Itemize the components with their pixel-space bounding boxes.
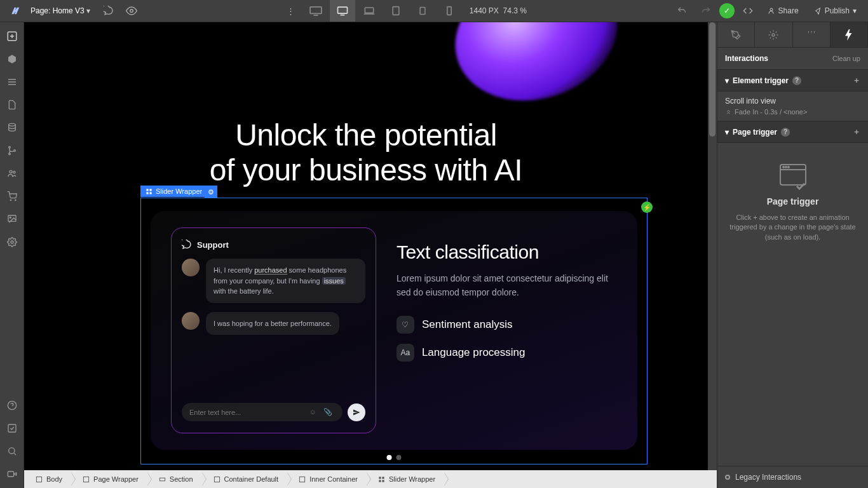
svg-point-22 [8, 448, 14, 454]
svg-rect-29 [83, 477, 88, 482]
svg-rect-27 [149, 192, 151, 194]
page-selector[interactable]: Page: Home V3 ▾ [24, 6, 97, 15]
components-icon[interactable] [2, 49, 22, 69]
interaction-badge-icon[interactable]: ⚡ [641, 201, 653, 213]
canvas-scrollbar[interactable] [708, 22, 717, 470]
video-icon[interactable] [2, 464, 22, 484]
add-element-icon[interactable] [2, 26, 22, 46]
slide-description: Lorem ipsum dolor sit amet consectetur a… [397, 272, 617, 299]
chat-message: I was hoping for a better performance. [182, 312, 365, 336]
preview-icon[interactable] [121, 0, 142, 22]
status-ok-icon[interactable]: ✓ [719, 3, 735, 18]
svg-rect-33 [379, 477, 381, 478]
more-icon[interactable]: ⋮ [280, 0, 302, 22]
cms-icon[interactable] [2, 118, 22, 138]
audit-icon[interactable] [2, 418, 22, 438]
assets-icon[interactable] [2, 209, 22, 229]
device-desktop-icon[interactable] [330, 0, 355, 22]
logic-icon[interactable] [2, 140, 22, 161]
decorative-blob [438, 22, 634, 121]
crumb-section[interactable]: Section [147, 470, 202, 488]
share-button[interactable]: Share [761, 2, 805, 20]
style-tab-icon[interactable] [717, 22, 755, 47]
selection-settings-icon[interactable]: ⚙ [205, 186, 217, 198]
help-icon[interactable] [2, 395, 22, 416]
design-canvas[interactable]: Unlock the potentialof your business wit… [24, 22, 708, 470]
svg-point-37 [772, 34, 775, 36]
svg-rect-6 [447, 7, 451, 15]
redo-icon[interactable] [695, 0, 717, 22]
crumb-page-wrapper[interactable]: Page Wrapper [71, 470, 147, 488]
slider-dot[interactable] [397, 455, 402, 460]
chat-panel: Support Hi, I recently purchased some he… [171, 227, 376, 433]
help-icon[interactable]: ? [781, 128, 790, 137]
panel-footer[interactable]: Legacy Interactions [717, 466, 868, 488]
selection-label[interactable]: Slider Wrapper [140, 186, 207, 197]
cleanup-link[interactable]: Clean up [832, 55, 860, 62]
trigger-item[interactable]: Scroll into view Fade In - 0.3s / <none> [717, 92, 868, 121]
svg-rect-3 [365, 8, 373, 13]
breadcrumb: Body Page Wrapper Section Container Defa… [24, 470, 717, 488]
page-trigger-empty: Page trigger Click + above to create an … [717, 143, 868, 255]
ecommerce-icon[interactable] [2, 186, 22, 207]
message-bubble: I was hoping for a better performance. [206, 312, 339, 336]
svg-rect-32 [300, 477, 305, 482]
crumb-slider-wrapper[interactable]: Slider Wrapper [367, 470, 444, 488]
legacy-link[interactable]: Legacy Interactions [735, 473, 801, 482]
right-panel: Interactions Clean up ▾Element trigger ?… [717, 22, 868, 488]
slider-dots[interactable] [387, 455, 402, 460]
add-page-trigger-icon[interactable]: ＋ [853, 126, 860, 137]
svg-rect-35 [379, 480, 381, 482]
device-mobile-icon[interactable] [437, 0, 462, 22]
device-laptop-icon[interactable] [356, 0, 382, 22]
avatar [182, 312, 200, 330]
svg-rect-31 [214, 477, 219, 482]
webflow-logo-icon[interactable] [5, 2, 23, 20]
users-icon[interactable] [2, 163, 22, 184]
device-desktop-xl-icon[interactable] [303, 0, 329, 22]
page-trigger-section[interactable]: ▾Page trigger ? ＋ [717, 121, 868, 143]
settings-icon[interactable] [2, 232, 22, 252]
crumb-body[interactable]: Body [24, 470, 71, 488]
chat-header: Support [182, 240, 365, 250]
undo-icon[interactable] [671, 0, 693, 22]
svg-rect-28 [36, 477, 41, 482]
svg-point-39 [783, 166, 784, 168]
search-icon[interactable] [2, 441, 22, 461]
navigator-icon[interactable] [2, 72, 22, 92]
pages-icon[interactable] [2, 95, 22, 115]
settings-tab-icon[interactable] [755, 22, 792, 47]
svg-point-41 [788, 166, 789, 168]
trigger-name: Scroll into view [725, 97, 860, 105]
svg-point-19 [11, 241, 13, 243]
feature-label: Language processing [422, 346, 526, 359]
send-button-icon[interactable] [348, 403, 365, 421]
slider-dot[interactable] [387, 455, 392, 460]
page-trigger-desc: Click + above to create an animation tri… [728, 213, 858, 242]
chat-input-field[interactable]: Enter text here... ☺ 📎 [182, 403, 342, 421]
svg-rect-24 [146, 189, 148, 191]
effects-tab-icon[interactable] [793, 22, 831, 47]
interactions-tab-icon[interactable] [831, 22, 868, 47]
svg-point-16 [15, 200, 15, 200]
svg-point-14 [13, 171, 15, 173]
help-icon[interactable]: ? [792, 76, 801, 85]
svg-rect-4 [393, 7, 399, 15]
slide-title: Text classification [397, 241, 617, 263]
crumb-inner-container[interactable]: Inner Container [287, 470, 367, 488]
svg-point-0 [130, 10, 133, 13]
feature-row: Aa Language processing [397, 344, 617, 362]
add-trigger-icon[interactable]: ＋ [853, 75, 860, 86]
code-icon[interactable] [737, 0, 759, 22]
selection-outline[interactable]: Slider Wrapper ⚙ ⚡ Support Hi, I recentl… [140, 198, 648, 464]
svg-rect-36 [382, 480, 384, 482]
svg-rect-5 [420, 8, 425, 15]
publish-button[interactable]: Publish ▾ [808, 2, 863, 20]
device-tablet-icon[interactable] [383, 0, 409, 22]
element-trigger-section[interactable]: ▾Element trigger ? ＋ [717, 69, 868, 92]
device-tablet-small-icon[interactable] [410, 0, 435, 22]
scrollbar-thumb[interactable] [709, 22, 715, 137]
comments-icon[interactable] [98, 0, 119, 22]
svg-point-11 [8, 153, 10, 155]
crumb-container[interactable]: Container Default [202, 470, 288, 488]
